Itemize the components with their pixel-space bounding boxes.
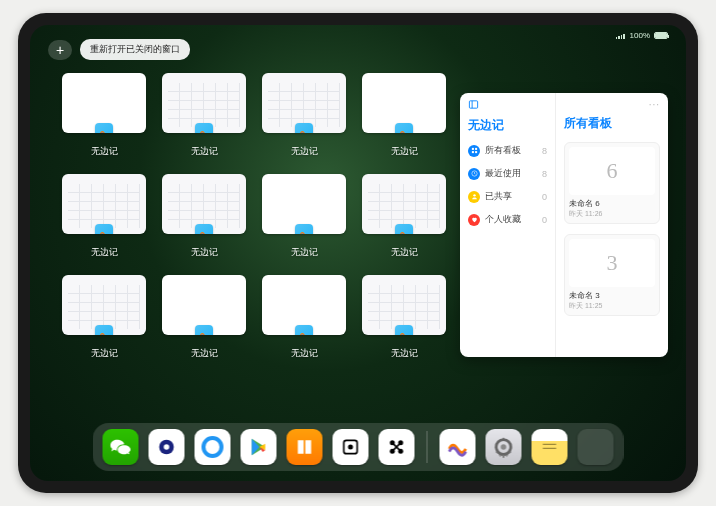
app-window-card[interactable]: 无边记 xyxy=(162,174,246,259)
window-thumbnail xyxy=(362,174,446,234)
window-label: 无边记 xyxy=(191,145,218,158)
sidebar-item-label: 所有看板 xyxy=(485,144,521,157)
svg-point-17 xyxy=(501,444,507,450)
sidebar-item-grid[interactable]: 所有看板8 xyxy=(468,144,547,157)
window-thumbnail xyxy=(62,275,146,335)
window-label: 无边记 xyxy=(391,145,418,158)
board-card[interactable]: 3未命名 3昨天 11:25 xyxy=(564,234,660,316)
dock xyxy=(93,423,624,471)
clock-icon xyxy=(468,168,480,180)
more-button[interactable]: ··· xyxy=(649,99,660,110)
app-window-card[interactable]: 无边记 xyxy=(362,174,446,259)
window-thumbnail xyxy=(362,275,446,335)
sidebar-item-label: 最近使用 xyxy=(485,167,521,180)
window-label: 无边记 xyxy=(91,246,118,259)
window-label: 无边记 xyxy=(391,347,418,360)
window-thumbnail xyxy=(262,174,346,234)
window-label: 无边记 xyxy=(291,246,318,259)
window-label: 无边记 xyxy=(191,246,218,259)
dock-obs-icon[interactable] xyxy=(379,429,415,465)
battery-icon xyxy=(654,32,668,39)
sidebar-item-label: 个人收藏 xyxy=(485,213,521,226)
svg-point-9 xyxy=(164,444,170,450)
person-icon xyxy=(468,191,480,203)
freeform-app-icon xyxy=(395,224,413,234)
window-label: 无边记 xyxy=(291,347,318,360)
wifi-signal-icon xyxy=(616,33,626,39)
window-thumbnail xyxy=(162,73,246,133)
reopen-closed-window-button[interactable]: 重新打开已关闭的窗口 xyxy=(80,39,190,60)
dock-books-icon[interactable] xyxy=(287,429,323,465)
status-bar: 100% xyxy=(616,31,668,40)
freeform-app-icon xyxy=(395,325,413,335)
sidebar-item-count: 8 xyxy=(542,169,547,179)
add-window-button[interactable]: + xyxy=(48,40,72,60)
board-title: 未命名 6 xyxy=(569,198,655,209)
freeform-app-icon xyxy=(295,224,313,234)
app-windows-grid: 无边记无边记无边记无边记无边记无边记无边记无边记无边记无边记无边记无边记 xyxy=(62,73,446,360)
window-thumbnail xyxy=(262,275,346,335)
svg-point-12 xyxy=(349,445,352,448)
dock-quark-icon[interactable] xyxy=(149,429,185,465)
dock-app-library-icon[interactable] xyxy=(578,429,614,465)
dock-settings-icon[interactable] xyxy=(486,429,522,465)
dock-notes-icon[interactable] xyxy=(532,429,568,465)
sidebar-item-clock[interactable]: 最近使用8 xyxy=(468,167,547,180)
window-thumbnail xyxy=(62,174,146,234)
window-thumbnail xyxy=(162,174,246,234)
svg-rect-3 xyxy=(475,148,477,150)
sidebar-toggle-icon[interactable] xyxy=(468,99,479,112)
board-subtitle: 昨天 11:25 xyxy=(569,301,655,311)
window-label: 无边记 xyxy=(291,145,318,158)
app-window-card[interactable]: 无边记 xyxy=(362,275,446,360)
board-title: 未命名 3 xyxy=(569,290,655,301)
screen: 100% + 重新打开已关闭的窗口 无边记无边记无边记无边记无边记无边记无边记无… xyxy=(30,25,686,481)
svg-point-7 xyxy=(473,194,475,196)
freeform-app-icon xyxy=(95,325,113,335)
app-window-card[interactable]: 无边记 xyxy=(362,73,446,158)
freeform-app-icon xyxy=(195,224,213,234)
dock-qqbrowser-icon[interactable] xyxy=(195,429,231,465)
app-window-card[interactable]: 无边记 xyxy=(262,73,346,158)
app-window-card[interactable]: 无边记 xyxy=(262,174,346,259)
sidebar-categories: 无边记 所有看板8最近使用8已共享0个人收藏0 xyxy=(460,93,556,357)
sidebar-item-person[interactable]: 已共享0 xyxy=(468,190,547,203)
sidebar-item-heart[interactable]: 个人收藏0 xyxy=(468,213,547,226)
svg-rect-0 xyxy=(469,101,477,108)
dock-dice-icon[interactable] xyxy=(333,429,369,465)
window-label: 无边记 xyxy=(91,347,118,360)
window-thumbnail xyxy=(162,275,246,335)
app-window-card[interactable]: 无边记 xyxy=(62,174,146,259)
freeform-app-icon xyxy=(195,123,213,133)
app-window-card[interactable]: 无边记 xyxy=(162,73,246,158)
board-sketch: 3 xyxy=(569,239,655,287)
freeform-app-icon xyxy=(395,123,413,133)
svg-rect-4 xyxy=(471,151,473,153)
freeform-app-icon xyxy=(195,325,213,335)
board-subtitle: 昨天 11:26 xyxy=(569,209,655,219)
freeform-app-icon xyxy=(295,123,313,133)
dock-play-icon[interactable] xyxy=(241,429,277,465)
app-window-card[interactable]: 无边记 xyxy=(262,275,346,360)
dock-wechat-icon[interactable] xyxy=(103,429,139,465)
app-window-card[interactable]: 无边记 xyxy=(162,275,246,360)
freeform-sidebar-panel[interactable]: 无边记 所有看板8最近使用8已共享0个人收藏0 ··· 所有看板 6未命名 6昨… xyxy=(460,93,668,357)
sidebar-item-label: 已共享 xyxy=(485,190,512,203)
sidebar-item-count: 8 xyxy=(542,146,547,156)
board-card[interactable]: 6未命名 6昨天 11:26 xyxy=(564,142,660,224)
heart-icon xyxy=(468,214,480,226)
window-thumbnail xyxy=(262,73,346,133)
dock-freeform-icon[interactable] xyxy=(440,429,476,465)
window-label: 无边记 xyxy=(391,246,418,259)
app-window-card[interactable]: 无边记 xyxy=(62,73,146,158)
sidebar-item-count: 0 xyxy=(542,215,547,225)
boards-title: 所有看板 xyxy=(564,115,660,132)
window-thumbnail xyxy=(362,73,446,133)
freeform-app-icon xyxy=(95,123,113,133)
svg-point-10 xyxy=(204,438,222,456)
freeform-app-icon xyxy=(295,325,313,335)
app-window-card[interactable]: 无边记 xyxy=(62,275,146,360)
battery-percent: 100% xyxy=(630,31,650,40)
window-label: 无边记 xyxy=(191,347,218,360)
sidebar-item-count: 0 xyxy=(542,192,547,202)
